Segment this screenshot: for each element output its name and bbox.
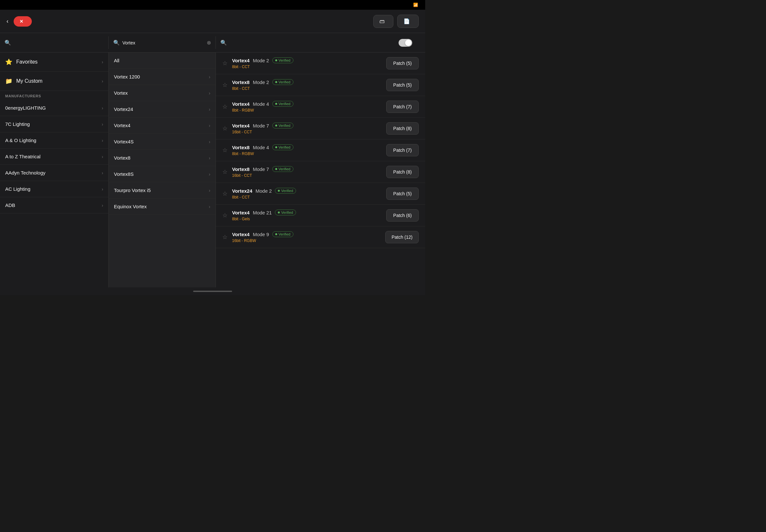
- product-item[interactable]: Vortex4 ›: [109, 117, 215, 134]
- mode-name: Mode 2: [253, 79, 269, 85]
- sync-database-button[interactable]: 🗃: [373, 15, 394, 28]
- mode-search-icon: 🔍: [220, 40, 227, 46]
- mode-name: Mode 2: [255, 188, 272, 194]
- mode-left: ☆ Vortex4 Mode 7 Verified 16bit - CCT: [222, 123, 386, 134]
- product-item[interactable]: Equinox Vortex ›: [109, 199, 215, 215]
- product-item[interactable]: Vortex4S ›: [109, 134, 215, 150]
- favorite-star-icon[interactable]: ☆: [222, 234, 227, 241]
- mode-left: ☆ Vortex8 Mode 4 Verified 8bit - RGBW: [222, 144, 386, 156]
- chevron-right-icon: ›: [209, 155, 210, 161]
- main-content: ⭐ Favorites › 📁 My Custom › MANUFACTURER…: [0, 53, 425, 287]
- manufacturer-item[interactable]: A & O Lighting ›: [0, 132, 108, 149]
- manufacturers-column: ⭐ Favorites › 📁 My Custom › MANUFACTURER…: [0, 53, 109, 287]
- product-item[interactable]: Tourpro Vortex i5 ›: [109, 182, 215, 199]
- product-search-input[interactable]: [122, 40, 204, 45]
- favorite-star-icon[interactable]: ☆: [222, 60, 227, 67]
- mode-name: Mode 9: [253, 232, 269, 237]
- manufacturer-name: 7C Lighting: [5, 121, 30, 127]
- mode-info: Vortex4 Mode 21 Verified 8bit - Gels: [232, 210, 386, 221]
- favorite-star-icon[interactable]: ☆: [222, 168, 227, 175]
- mode-description: 16bit - CCT: [232, 130, 386, 134]
- preferred-switch[interactable]: [399, 39, 412, 47]
- create-new-button[interactable]: 📄: [397, 15, 419, 28]
- create-icon: 📄: [404, 18, 410, 24]
- favorite-star-icon[interactable]: ☆: [222, 125, 227, 132]
- modes-column: ☆ Vortex4 Mode 2 Verified 8bit - CCT Pat…: [216, 53, 425, 287]
- chevron-right-icon: ›: [209, 188, 210, 193]
- patch-button[interactable]: Patch (8): [386, 166, 419, 178]
- patch-button[interactable]: Patch (5): [386, 57, 419, 69]
- mode-title-row: Vortex4 Mode 2 Verified: [232, 57, 386, 63]
- chevron-right-icon: ›: [102, 154, 103, 159]
- manufacturer-name: 0energyLIGHTING: [5, 105, 46, 111]
- mode-name: Mode 2: [253, 58, 269, 63]
- preferred-toggle[interactable]: [399, 39, 421, 47]
- header-left: ‹ ✕: [6, 16, 32, 27]
- manufacturer-item[interactable]: AC Lighting ›: [0, 181, 108, 197]
- mode-search-input[interactable]: [229, 40, 396, 45]
- chevron-right-icon: ›: [209, 139, 210, 144]
- patch-button[interactable]: Patch (8): [386, 122, 419, 135]
- product-name: Vortex4: [114, 123, 130, 128]
- verified-dot: [275, 59, 277, 61]
- special-item-my-custom[interactable]: 📁 My Custom ›: [0, 72, 108, 91]
- mode-description: 8bit - CCT: [232, 65, 386, 69]
- manufacturer-item[interactable]: 0energyLIGHTING ›: [0, 100, 108, 116]
- mode-item: ☆ Vortex4 Mode 2 Verified 8bit - CCT Pat…: [216, 53, 425, 74]
- status-icons: 📶: [413, 3, 420, 7]
- patch-button[interactable]: Patch (5): [386, 79, 419, 91]
- product-item[interactable]: Vortex 1200 ›: [109, 69, 215, 85]
- fixture-name: Vortex8: [232, 145, 249, 150]
- chevron-right-icon: ›: [102, 59, 103, 65]
- special-item-favorites[interactable]: ⭐ Favorites ›: [0, 53, 108, 72]
- manufacturer-search-input[interactable]: [14, 40, 104, 45]
- close-database-button[interactable]: ✕: [14, 16, 32, 27]
- manufacturer-item[interactable]: A to Z Theatrical ›: [0, 149, 108, 165]
- favorite-star-icon[interactable]: ☆: [222, 190, 227, 197]
- verified-badge: Verified: [272, 123, 293, 128]
- mode-left: ☆ Vortex4 Mode 2 Verified 8bit - CCT: [222, 57, 386, 69]
- favorite-star-icon[interactable]: ☆: [222, 212, 227, 219]
- patch-button[interactable]: Patch (12): [385, 231, 419, 243]
- product-item[interactable]: Vortex ›: [109, 85, 215, 101]
- verified-dot: [275, 125, 277, 127]
- special-item-left: ⭐ Favorites: [5, 58, 38, 66]
- favorite-star-icon[interactable]: ☆: [222, 147, 227, 154]
- favorite-star-icon[interactable]: ☆: [222, 81, 227, 89]
- mode-description: 16bit - CCT: [232, 173, 386, 178]
- product-search-icon: 🔍: [113, 40, 120, 46]
- manufacturer-item[interactable]: ADB ›: [0, 197, 108, 213]
- chevron-right-icon: ›: [102, 187, 103, 192]
- back-button[interactable]: ‹: [6, 18, 10, 25]
- mode-description: 8bit - CCT: [232, 86, 386, 91]
- patch-button[interactable]: Patch (5): [386, 187, 419, 200]
- patch-button[interactable]: Patch (7): [386, 144, 419, 156]
- product-name: Vortex: [114, 90, 128, 96]
- patch-button[interactable]: Patch (7): [386, 101, 419, 113]
- product-item[interactable]: Vortex8 ›: [109, 150, 215, 166]
- manufacturer-name: AAdyn Technology: [5, 170, 45, 175]
- verified-dot: [278, 190, 280, 192]
- mode-left: ☆ Vortex24 Mode 2 Verified 8bit - CCT: [222, 188, 386, 199]
- manufacturer-item[interactable]: AAdyn Technology ›: [0, 165, 108, 181]
- patch-button[interactable]: Patch (6): [386, 209, 419, 222]
- clear-search-icon[interactable]: ⊗: [207, 40, 211, 46]
- manufacturer-item[interactable]: 7C Lighting ›: [0, 116, 108, 132]
- fixture-name: Vortex8: [232, 79, 249, 85]
- mode-description: 8bit - CCT: [232, 195, 386, 199]
- product-item[interactable]: Vortex24 ›: [109, 101, 215, 117]
- verified-badge: Verified: [275, 210, 296, 215]
- product-name: Equinox Vortex: [114, 204, 147, 209]
- all-products-item[interactable]: All: [109, 53, 215, 69]
- product-name: Tourpro Vortex i5: [114, 187, 151, 193]
- fixture-name: Vortex8: [232, 166, 249, 172]
- product-name: Vortex24: [114, 106, 133, 112]
- mode-item: ☆ Vortex8 Mode 2 Verified 8bit - CCT Pat…: [216, 74, 425, 96]
- chevron-right-icon: ›: [209, 172, 210, 177]
- product-item[interactable]: Vortex8S ›: [109, 166, 215, 182]
- favorite-star-icon[interactable]: ☆: [222, 103, 227, 110]
- special-item-label: My Custom: [16, 78, 43, 84]
- status-bar: 📶: [0, 0, 425, 10]
- verified-badge: Verified: [272, 166, 293, 172]
- mode-info: Vortex4 Mode 2 Verified 8bit - CCT: [232, 57, 386, 69]
